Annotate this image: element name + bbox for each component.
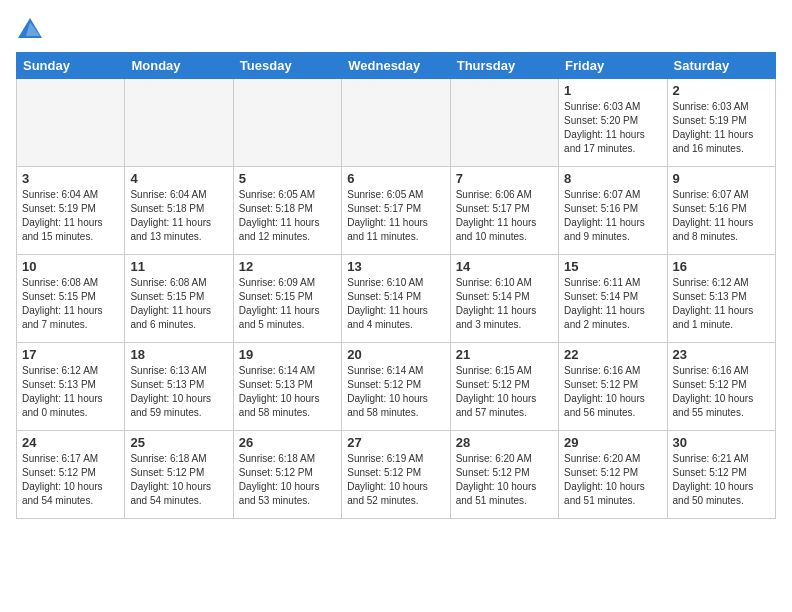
- calendar-cell: [342, 79, 450, 167]
- page-header: [16, 16, 776, 44]
- calendar-cell: 7Sunrise: 6:06 AMSunset: 5:17 PMDaylight…: [450, 167, 558, 255]
- calendar-cell: [233, 79, 341, 167]
- day-info: Sunrise: 6:17 AMSunset: 5:12 PMDaylight:…: [22, 452, 119, 508]
- day-number: 5: [239, 171, 336, 186]
- logo: [16, 16, 46, 44]
- day-number: 16: [673, 259, 770, 274]
- calendar-cell: 29Sunrise: 6:20 AMSunset: 5:12 PMDayligh…: [559, 431, 667, 519]
- day-info: Sunrise: 6:08 AMSunset: 5:15 PMDaylight:…: [130, 276, 227, 332]
- weekday-header-row: SundayMondayTuesdayWednesdayThursdayFrid…: [17, 53, 776, 79]
- day-info: Sunrise: 6:19 AMSunset: 5:12 PMDaylight:…: [347, 452, 444, 508]
- day-number: 8: [564, 171, 661, 186]
- day-info: Sunrise: 6:03 AMSunset: 5:20 PMDaylight:…: [564, 100, 661, 156]
- day-number: 24: [22, 435, 119, 450]
- day-number: 14: [456, 259, 553, 274]
- day-number: 28: [456, 435, 553, 450]
- calendar-cell: 10Sunrise: 6:08 AMSunset: 5:15 PMDayligh…: [17, 255, 125, 343]
- day-info: Sunrise: 6:14 AMSunset: 5:13 PMDaylight:…: [239, 364, 336, 420]
- weekday-header-tuesday: Tuesday: [233, 53, 341, 79]
- calendar-cell: 2Sunrise: 6:03 AMSunset: 5:19 PMDaylight…: [667, 79, 775, 167]
- calendar-cell: 6Sunrise: 6:05 AMSunset: 5:17 PMDaylight…: [342, 167, 450, 255]
- day-info: Sunrise: 6:03 AMSunset: 5:19 PMDaylight:…: [673, 100, 770, 156]
- day-number: 20: [347, 347, 444, 362]
- day-number: 25: [130, 435, 227, 450]
- day-info: Sunrise: 6:12 AMSunset: 5:13 PMDaylight:…: [673, 276, 770, 332]
- day-info: Sunrise: 6:13 AMSunset: 5:13 PMDaylight:…: [130, 364, 227, 420]
- day-info: Sunrise: 6:16 AMSunset: 5:12 PMDaylight:…: [673, 364, 770, 420]
- day-number: 13: [347, 259, 444, 274]
- calendar-cell: 11Sunrise: 6:08 AMSunset: 5:15 PMDayligh…: [125, 255, 233, 343]
- calendar-cell: 30Sunrise: 6:21 AMSunset: 5:12 PMDayligh…: [667, 431, 775, 519]
- calendar-cell: 14Sunrise: 6:10 AMSunset: 5:14 PMDayligh…: [450, 255, 558, 343]
- day-info: Sunrise: 6:12 AMSunset: 5:13 PMDaylight:…: [22, 364, 119, 420]
- day-info: Sunrise: 6:06 AMSunset: 5:17 PMDaylight:…: [456, 188, 553, 244]
- day-number: 12: [239, 259, 336, 274]
- calendar-cell: 16Sunrise: 6:12 AMSunset: 5:13 PMDayligh…: [667, 255, 775, 343]
- day-info: Sunrise: 6:07 AMSunset: 5:16 PMDaylight:…: [564, 188, 661, 244]
- day-info: Sunrise: 6:14 AMSunset: 5:12 PMDaylight:…: [347, 364, 444, 420]
- day-number: 19: [239, 347, 336, 362]
- day-number: 22: [564, 347, 661, 362]
- day-info: Sunrise: 6:05 AMSunset: 5:17 PMDaylight:…: [347, 188, 444, 244]
- day-number: 18: [130, 347, 227, 362]
- day-info: Sunrise: 6:08 AMSunset: 5:15 PMDaylight:…: [22, 276, 119, 332]
- day-info: Sunrise: 6:09 AMSunset: 5:15 PMDaylight:…: [239, 276, 336, 332]
- logo-icon: [16, 16, 44, 44]
- day-number: 23: [673, 347, 770, 362]
- calendar-cell: [125, 79, 233, 167]
- calendar-cell: 18Sunrise: 6:13 AMSunset: 5:13 PMDayligh…: [125, 343, 233, 431]
- calendar-cell: 3Sunrise: 6:04 AMSunset: 5:19 PMDaylight…: [17, 167, 125, 255]
- day-number: 3: [22, 171, 119, 186]
- calendar-cell: 12Sunrise: 6:09 AMSunset: 5:15 PMDayligh…: [233, 255, 341, 343]
- day-info: Sunrise: 6:20 AMSunset: 5:12 PMDaylight:…: [564, 452, 661, 508]
- week-row-2: 3Sunrise: 6:04 AMSunset: 5:19 PMDaylight…: [17, 167, 776, 255]
- weekday-header-sunday: Sunday: [17, 53, 125, 79]
- calendar-cell: 20Sunrise: 6:14 AMSunset: 5:12 PMDayligh…: [342, 343, 450, 431]
- day-info: Sunrise: 6:05 AMSunset: 5:18 PMDaylight:…: [239, 188, 336, 244]
- calendar-cell: 24Sunrise: 6:17 AMSunset: 5:12 PMDayligh…: [17, 431, 125, 519]
- calendar-cell: 28Sunrise: 6:20 AMSunset: 5:12 PMDayligh…: [450, 431, 558, 519]
- day-info: Sunrise: 6:11 AMSunset: 5:14 PMDaylight:…: [564, 276, 661, 332]
- day-info: Sunrise: 6:04 AMSunset: 5:18 PMDaylight:…: [130, 188, 227, 244]
- calendar-cell: 9Sunrise: 6:07 AMSunset: 5:16 PMDaylight…: [667, 167, 775, 255]
- calendar-cell: 1Sunrise: 6:03 AMSunset: 5:20 PMDaylight…: [559, 79, 667, 167]
- calendar-cell: [17, 79, 125, 167]
- day-info: Sunrise: 6:20 AMSunset: 5:12 PMDaylight:…: [456, 452, 553, 508]
- calendar-cell: 23Sunrise: 6:16 AMSunset: 5:12 PMDayligh…: [667, 343, 775, 431]
- day-number: 21: [456, 347, 553, 362]
- calendar-cell: 17Sunrise: 6:12 AMSunset: 5:13 PMDayligh…: [17, 343, 125, 431]
- day-number: 7: [456, 171, 553, 186]
- calendar-cell: 21Sunrise: 6:15 AMSunset: 5:12 PMDayligh…: [450, 343, 558, 431]
- day-number: 2: [673, 83, 770, 98]
- weekday-header-monday: Monday: [125, 53, 233, 79]
- calendar-cell: 5Sunrise: 6:05 AMSunset: 5:18 PMDaylight…: [233, 167, 341, 255]
- calendar-cell: 26Sunrise: 6:18 AMSunset: 5:12 PMDayligh…: [233, 431, 341, 519]
- day-number: 15: [564, 259, 661, 274]
- day-info: Sunrise: 6:18 AMSunset: 5:12 PMDaylight:…: [130, 452, 227, 508]
- calendar-cell: 4Sunrise: 6:04 AMSunset: 5:18 PMDaylight…: [125, 167, 233, 255]
- day-info: Sunrise: 6:21 AMSunset: 5:12 PMDaylight:…: [673, 452, 770, 508]
- day-info: Sunrise: 6:04 AMSunset: 5:19 PMDaylight:…: [22, 188, 119, 244]
- week-row-3: 10Sunrise: 6:08 AMSunset: 5:15 PMDayligh…: [17, 255, 776, 343]
- calendar-cell: 25Sunrise: 6:18 AMSunset: 5:12 PMDayligh…: [125, 431, 233, 519]
- day-number: 10: [22, 259, 119, 274]
- calendar-cell: 15Sunrise: 6:11 AMSunset: 5:14 PMDayligh…: [559, 255, 667, 343]
- week-row-4: 17Sunrise: 6:12 AMSunset: 5:13 PMDayligh…: [17, 343, 776, 431]
- calendar-cell: [450, 79, 558, 167]
- day-number: 17: [22, 347, 119, 362]
- day-number: 29: [564, 435, 661, 450]
- calendar-cell: 8Sunrise: 6:07 AMSunset: 5:16 PMDaylight…: [559, 167, 667, 255]
- week-row-5: 24Sunrise: 6:17 AMSunset: 5:12 PMDayligh…: [17, 431, 776, 519]
- day-info: Sunrise: 6:07 AMSunset: 5:16 PMDaylight:…: [673, 188, 770, 244]
- day-info: Sunrise: 6:10 AMSunset: 5:14 PMDaylight:…: [456, 276, 553, 332]
- calendar-cell: 22Sunrise: 6:16 AMSunset: 5:12 PMDayligh…: [559, 343, 667, 431]
- calendar-cell: 13Sunrise: 6:10 AMSunset: 5:14 PMDayligh…: [342, 255, 450, 343]
- day-number: 30: [673, 435, 770, 450]
- day-info: Sunrise: 6:16 AMSunset: 5:12 PMDaylight:…: [564, 364, 661, 420]
- day-info: Sunrise: 6:18 AMSunset: 5:12 PMDaylight:…: [239, 452, 336, 508]
- calendar-table: SundayMondayTuesdayWednesdayThursdayFrid…: [16, 52, 776, 519]
- weekday-header-wednesday: Wednesday: [342, 53, 450, 79]
- day-info: Sunrise: 6:10 AMSunset: 5:14 PMDaylight:…: [347, 276, 444, 332]
- day-number: 11: [130, 259, 227, 274]
- day-number: 6: [347, 171, 444, 186]
